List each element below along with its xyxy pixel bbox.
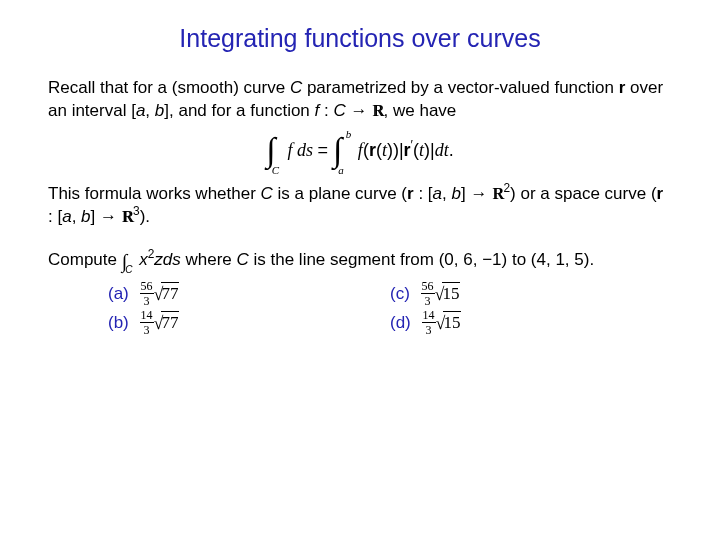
text: ], and for a function	[164, 101, 314, 120]
text: : [	[48, 207, 62, 226]
text: ,	[145, 101, 154, 120]
var-ds: ds	[163, 250, 181, 269]
blackboard-R: R	[492, 183, 503, 206]
var-C: C	[261, 184, 273, 203]
var-x: x	[139, 250, 148, 269]
sqrt: √77	[154, 313, 182, 332]
var-dt: dt	[435, 140, 449, 160]
text: ) or a space curve (	[510, 184, 656, 203]
slide: Integrating functions over curves Recall…	[0, 0, 720, 338]
choice-a: (a) 563√77	[108, 280, 390, 309]
paren-bar: )|	[424, 140, 435, 160]
choice-c: (c) 563√15	[390, 280, 672, 309]
var-b: b	[452, 184, 461, 203]
denominator: 3	[140, 294, 154, 307]
var-C: C	[333, 101, 345, 120]
paragraph-problem: Compute ∫C x2zds where C is the line seg…	[48, 245, 672, 272]
var-r: r	[657, 184, 664, 203]
text: Compute	[48, 250, 122, 269]
integral-sub: C	[125, 264, 132, 275]
choice-d: (d) 143√15	[390, 309, 672, 338]
text: This formula works whether	[48, 184, 261, 203]
var-r: r	[407, 184, 414, 203]
numerator: 56	[140, 280, 154, 294]
choice-label: (a)	[108, 284, 129, 303]
choice-label: (c)	[390, 284, 410, 303]
numerator: 56	[421, 280, 435, 294]
sqrt: √15	[436, 313, 464, 332]
fraction: 563	[140, 280, 154, 307]
choice-label: (b)	[108, 313, 129, 332]
text: parametrized by a vector-valued function	[302, 78, 619, 97]
radicand: 77	[161, 282, 179, 303]
text: ] →	[461, 184, 492, 203]
display-equation: ∫C f ds = ∫ab f(r(t))|r′(t)|dt.	[48, 133, 672, 171]
choice-row: (b) 143√77 (d) 143√15	[108, 309, 672, 338]
denominator: 3	[422, 323, 436, 336]
paragraph-formula-note: This formula works whether C is a plane …	[48, 183, 672, 229]
radicand: 15	[442, 282, 460, 303]
sqrt: √15	[435, 284, 463, 303]
text: is a plane curve (	[273, 184, 407, 203]
answer-choices: (a) 563√77 (c) 563√15 (b) 143√77 (d) 143…	[48, 280, 672, 338]
denominator: 3	[140, 323, 154, 336]
fraction: 143	[140, 309, 154, 336]
text: :	[319, 101, 333, 120]
integral-sup: b	[346, 128, 352, 140]
text: is the line segment from (0, 6, −1) to (…	[249, 250, 594, 269]
sqrt: √77	[154, 284, 182, 303]
var-r: r	[369, 140, 376, 160]
integral-sub: C	[272, 164, 279, 176]
integral-sub: a	[338, 164, 344, 176]
blackboard-R: R	[122, 206, 133, 229]
var-C: C	[290, 78, 302, 97]
denominator: 3	[421, 294, 435, 307]
text: , we have	[384, 101, 457, 120]
var-C: C	[237, 250, 249, 269]
slide-title: Integrating functions over curves	[48, 24, 672, 53]
choice-row: (a) 563√77 (c) 563√15	[108, 280, 672, 309]
choice-label: (d)	[390, 313, 411, 332]
numerator: 14	[422, 309, 436, 323]
period: .	[449, 140, 454, 160]
fraction: 143	[422, 309, 436, 336]
equals: =	[318, 140, 334, 160]
paren-bar: ))|	[387, 140, 404, 160]
text: Recall that for a (smooth) curve	[48, 78, 290, 97]
var-a: a	[136, 101, 145, 120]
paragraph-recall: Recall that for a (smooth) curve C param…	[48, 77, 672, 123]
numerator: 14	[140, 309, 154, 323]
fraction: 563	[421, 280, 435, 307]
text: where	[181, 250, 237, 269]
var-z: z	[154, 250, 163, 269]
text: ,	[72, 207, 81, 226]
radicand: 77	[161, 311, 179, 332]
text: ,	[442, 184, 451, 203]
text: : [	[414, 184, 433, 203]
var-a: a	[62, 207, 71, 226]
var-b: b	[155, 101, 164, 120]
var-b: b	[81, 207, 90, 226]
radicand: 15	[443, 311, 461, 332]
text: ).	[140, 207, 150, 226]
arrow: →	[346, 101, 372, 120]
text: ds	[293, 140, 318, 160]
text: ] →	[91, 207, 122, 226]
var-a: a	[433, 184, 442, 203]
choice-b: (b) 143√77	[108, 309, 390, 338]
blackboard-R: R	[372, 100, 383, 123]
var-r: r	[404, 140, 411, 160]
